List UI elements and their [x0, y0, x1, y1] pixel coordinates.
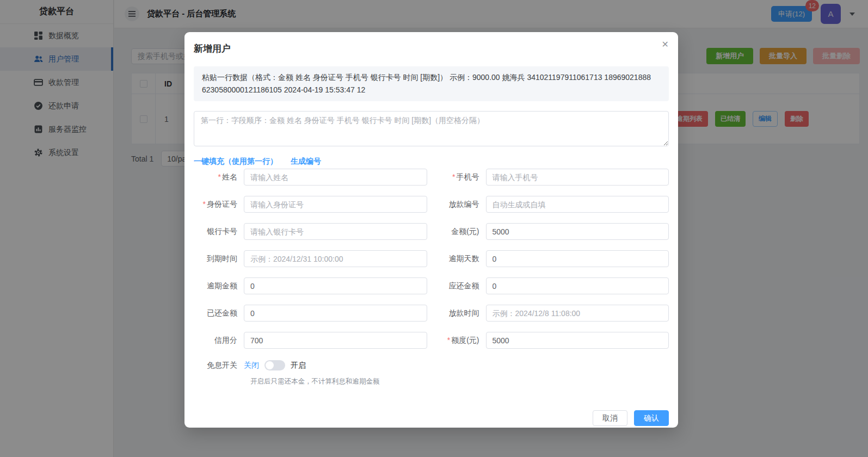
id-number-label: *身份证号 — [194, 200, 244, 209]
modal-footer: 取消 确认 — [194, 410, 669, 426]
paste-data-textarea[interactable] — [194, 111, 669, 146]
interest-free-hint: 开启后只需还本金，不计算利息和逾期金额 — [250, 377, 669, 386]
payable-amount-input[interactable] — [486, 277, 669, 294]
add-user-modal: 新增用户 ✕ 粘贴一行数据（格式：金额 姓名 身份证号 手机号 银行卡号 时间 … — [184, 32, 678, 428]
due-time-label: 到期时间 — [194, 254, 244, 264]
toggle-knob — [266, 361, 274, 369]
credit-score-label: 信用分 — [194, 336, 244, 345]
disburse-time-label: 放款时间 — [436, 308, 486, 318]
quick-links: 一键填充（使用第一行） 生成编号 — [194, 157, 669, 166]
required-star: * — [452, 172, 455, 181]
interest-free-label: 免息开关 — [194, 361, 244, 370]
id-number-input[interactable] — [244, 196, 427, 213]
switch-off-label: 关闭 — [244, 361, 259, 370]
interest-free-switch-row: 免息开关 关闭 开启 — [194, 360, 669, 370]
credit-score-input[interactable] — [244, 332, 427, 349]
bank-card-input[interactable] — [244, 223, 427, 240]
amount-input[interactable] — [486, 223, 669, 240]
switch-on-label: 开启 — [291, 361, 306, 370]
overdue-amount-input[interactable] — [244, 277, 427, 294]
confirm-button[interactable]: 确认 — [634, 410, 669, 426]
overdue-days-input[interactable] — [486, 250, 669, 267]
modal-title: 新增用户 — [194, 42, 669, 55]
overdue-days-label: 逾期天数 — [436, 254, 486, 264]
overdue-amount-label: 逾期金额 — [194, 281, 244, 291]
repaid-amount-input[interactable] — [244, 305, 427, 322]
interest-free-toggle[interactable] — [264, 360, 285, 370]
cancel-button[interactable]: 取消 — [593, 410, 627, 426]
add-user-form: *姓名 *手机号 *身份证号 放款编号 银行卡号 — [194, 169, 669, 386]
loan-number-input[interactable] — [486, 196, 669, 213]
quota-label: *额度(元) — [436, 336, 486, 345]
phone-label: *手机号 — [436, 172, 486, 182]
bank-card-label: 银行卡号 — [194, 227, 244, 237]
required-star: * — [203, 200, 206, 208]
payable-amount-label: 应还金额 — [436, 281, 486, 291]
required-star: * — [447, 336, 450, 344]
loan-number-label: 放款编号 — [436, 200, 486, 209]
repaid-amount-label: 已还金额 — [194, 308, 244, 318]
due-time-input[interactable] — [244, 250, 427, 267]
one-click-fill-link[interactable]: 一键填充（使用第一行） — [194, 157, 278, 166]
paste-format-note: 粘贴一行数据（格式：金额 姓名 身份证号 手机号 银行卡号 时间 [期数]） 示… — [194, 66, 669, 101]
name-label: *姓名 — [194, 172, 244, 182]
generate-number-link[interactable]: 生成编号 — [291, 157, 321, 166]
name-input[interactable] — [244, 169, 427, 186]
amount-label: 金额(元) — [436, 227, 486, 237]
phone-input[interactable] — [486, 169, 669, 186]
quota-input[interactable] — [486, 332, 669, 349]
required-star: * — [218, 172, 221, 181]
disburse-time-input[interactable] — [486, 305, 669, 322]
close-icon[interactable]: ✕ — [662, 40, 669, 49]
